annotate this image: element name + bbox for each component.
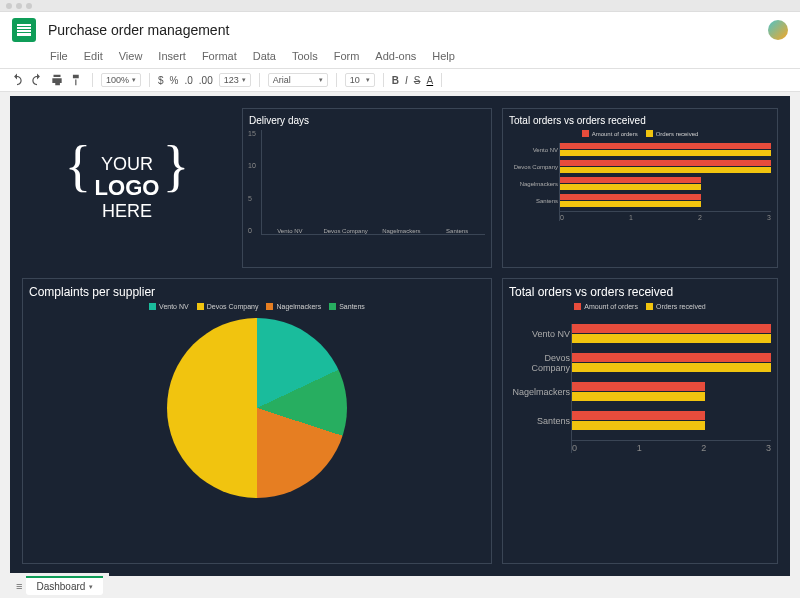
legend-item: Amount of orders [574,303,638,310]
x-tick: 0 [560,214,564,221]
legend-label: Nagelmackers [276,303,321,310]
legend-label: Orders received [656,303,706,310]
strikethrough-icon[interactable]: S [414,75,421,86]
all-sheets-icon[interactable]: ≡ [16,580,22,592]
text-color-icon[interactable]: A [426,75,433,86]
number-format-select[interactable]: 123▾ [219,73,251,87]
orders-large-chart[interactable]: Total orders vs orders received Amount o… [502,278,778,564]
hbar [560,201,701,207]
hbar-row: Santens [572,411,771,430]
hbar-label: Nagelmackers [512,387,570,397]
percent-button[interactable]: % [170,75,179,86]
hbar-chart-area: Vento NV Devos Company Nagelmackers Sant… [571,324,771,453]
legend-label: Amount of orders [584,303,638,310]
menu-form[interactable]: Form [334,50,360,62]
hbar [560,167,771,173]
x-tick: 1 [629,214,633,221]
y-axis-ticks: 15 10 5 0 [248,130,256,234]
dashboard-canvas: { YOUR LOGO HERE } Delivery days 15 10 5… [10,96,790,576]
toolbar: 100%▾ $ % .0 .00 123▾ Arial▾ 10▾ B I S A [0,69,800,92]
hbar-label: Devos Company [508,164,558,170]
logo-placeholder: { YOUR LOGO HERE } [95,154,160,222]
currency-button[interactable]: $ [158,75,164,86]
zoom-select[interactable]: 100%▾ [101,73,141,87]
menu-view[interactable]: View [119,50,143,62]
x-tick: 0 [572,443,577,453]
legend-swatch [197,303,204,310]
menu-edit[interactable]: Edit [84,50,103,62]
legend-label: Orders received [656,131,699,137]
window-dot [16,3,22,9]
pie-chart [167,318,347,498]
sheet-tab-dashboard[interactable]: Dashboard ▾ [26,576,103,595]
hbar-chart-area: Vento NV Devos Company Nagelmackers Sant… [559,143,771,221]
legend-swatch [646,130,653,137]
pie-chart-area [29,318,485,498]
sheet-tabs-bar: ≡ Dashboard ▾ [10,573,109,598]
hbar-label: Santens [512,416,570,426]
legend-item: Devos Company [197,303,259,310]
menu-help[interactable]: Help [432,50,455,62]
dec-decrease-button[interactable]: .0 [185,75,193,86]
hbar [572,324,771,333]
legend-swatch [329,303,336,310]
bar-label: Santens [446,228,468,234]
legend-label: Amount of orders [592,131,638,137]
legend-swatch [266,303,273,310]
legend-item: Nagelmackers [266,303,321,310]
toolbar-separator [149,73,150,87]
menu-file[interactable]: File [50,50,68,62]
menu-tools[interactable]: Tools [292,50,318,62]
hbar-row: Devos Company [572,353,771,372]
window-chrome [0,0,800,12]
legend-swatch [646,303,653,310]
document-title[interactable]: Purchase order management [48,22,768,38]
window-dot [6,3,12,9]
legend-label: Santens [339,303,365,310]
logo-line2: LOGO [95,175,160,201]
legend-item: Orders received [646,303,706,310]
sheet-tab-dropdown-icon[interactable]: ▾ [89,583,93,591]
x-axis-ticks: 0 1 2 3 [572,440,771,453]
menu-data[interactable]: Data [253,50,276,62]
dec-increase-button[interactable]: .00 [199,75,213,86]
zoom-value: 100% [106,75,129,85]
hbar-row: Nagelmackers [560,177,771,190]
x-axis-ticks: 0 1 2 3 [560,211,771,221]
hbar-row: Devos Company [560,160,771,173]
brace-right-icon: } [163,134,190,198]
hbar-row: Vento NV [572,324,771,343]
menu-addons[interactable]: Add-ons [375,50,416,62]
legend-item: Santens [329,303,365,310]
x-tick: 2 [701,443,706,453]
bold-icon[interactable]: B [392,75,399,86]
menu-insert[interactable]: Insert [158,50,186,62]
menu-format[interactable]: Format [202,50,237,62]
hbar [572,334,771,343]
hbar [560,150,771,156]
hbar-row: Nagelmackers [572,382,771,401]
hbar [572,382,705,391]
toolbar-separator [259,73,260,87]
font-select[interactable]: Arial▾ [268,73,328,87]
x-tick: 1 [637,443,642,453]
chart-legend: Amount of orders Orders received [509,303,771,310]
redo-icon[interactable] [30,73,44,87]
print-icon[interactable] [50,73,64,87]
bar-chart-area: 15 10 5 0 Vento NV Devos Company Nagelma… [261,130,485,235]
paint-format-icon[interactable] [70,73,84,87]
orders-small-chart[interactable]: Total orders vs orders received Amount o… [502,108,778,268]
complaints-chart[interactable]: Complaints per supplier Vento NV Devos C… [22,278,492,564]
italic-icon[interactable]: I [405,75,408,86]
user-avatar[interactable] [768,20,788,40]
hbar-row: Vento NV [560,143,771,156]
hbar [560,194,701,200]
hbar-row: Santens [560,194,771,207]
logo-panel: { YOUR LOGO HERE } [22,108,232,268]
undo-icon[interactable] [10,73,24,87]
delivery-days-chart[interactable]: Delivery days 15 10 5 0 Vento NV Devos C… [242,108,492,268]
sheets-app-icon[interactable] [12,18,36,42]
font-size-select[interactable]: 10▾ [345,73,375,87]
hbar [572,411,705,420]
hbar [572,353,771,362]
